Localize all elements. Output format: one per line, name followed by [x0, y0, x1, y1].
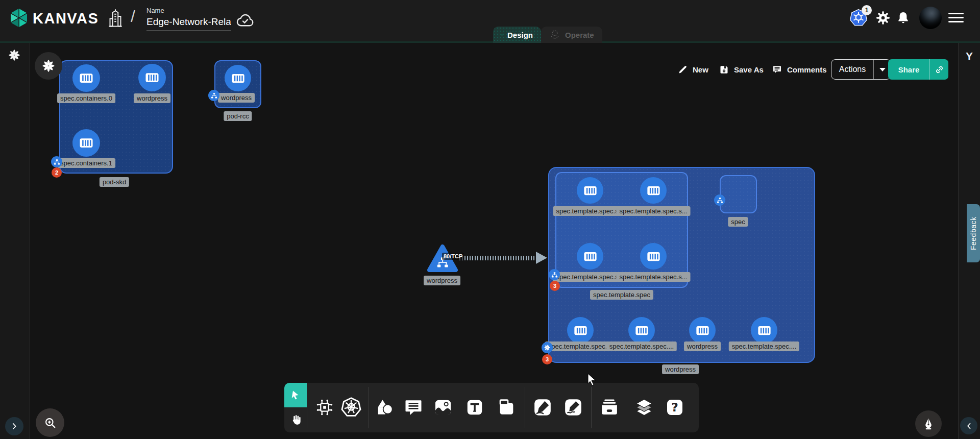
- network-icon[interactable]: [208, 90, 219, 101]
- expand-left-panel-button[interactable]: [5, 417, 23, 435]
- node-label: wordpress: [134, 93, 170, 103]
- container-icon: [646, 249, 662, 264]
- tool-shapes[interactable]: [373, 396, 397, 419]
- comment-icon: [772, 64, 782, 75]
- floppy-icon: [719, 64, 729, 75]
- tool-image[interactable]: [431, 396, 455, 419]
- node-spec[interactable]: [720, 175, 757, 213]
- tool-comment[interactable]: [402, 396, 425, 419]
- tab-operate[interactable]: Operate: [541, 27, 602, 43]
- error-count-badge[interactable]: 3: [550, 281, 560, 291]
- avatar[interactable]: [919, 7, 942, 29]
- comments-button[interactable]: Comments: [772, 59, 827, 80]
- container-icon: [230, 70, 246, 86]
- container-icon: [756, 323, 772, 338]
- group-label: pod-rcc: [224, 111, 252, 121]
- app-header: KANVAS / Name Design: [0, 0, 980, 43]
- meshery-node-icon[interactable]: [542, 342, 553, 353]
- tool-pan[interactable]: [284, 407, 307, 432]
- tool-layers[interactable]: [632, 396, 656, 419]
- node-container[interactable]: [567, 317, 594, 344]
- tool-pencil[interactable]: [561, 396, 585, 419]
- save-as-button-label: Save As: [734, 65, 764, 74]
- shapes-icon: [375, 397, 395, 418]
- tool-text[interactable]: [463, 396, 486, 419]
- tool-drawer[interactable]: [598, 396, 621, 419]
- tool-component[interactable]: [313, 396, 336, 419]
- container-icon: [78, 70, 94, 86]
- container-icon: [573, 323, 589, 338]
- share-button[interactable]: Share: [888, 59, 948, 80]
- container-icon: [646, 183, 662, 199]
- annotation-pen-button[interactable]: [915, 410, 942, 437]
- error-count-badge[interactable]: 3: [542, 354, 552, 364]
- design-name-input[interactable]: [146, 15, 231, 31]
- network-icon[interactable]: [549, 269, 560, 280]
- group-spec-template-spec[interactable]: [555, 172, 688, 288]
- container-icon: [634, 323, 650, 338]
- node-container[interactable]: [640, 243, 667, 270]
- node-label: spec: [728, 217, 748, 227]
- copy-link-button[interactable]: [929, 59, 948, 80]
- k8s-context-count-badge[interactable]: 1: [862, 5, 872, 15]
- pen-draw-icon: [532, 397, 553, 418]
- tool-kubernetes[interactable]: [339, 396, 363, 419]
- node-container[interactable]: [628, 317, 655, 344]
- save-as-button[interactable]: Save As: [719, 59, 764, 80]
- building-icon[interactable]: [106, 8, 125, 28]
- tool-select[interactable]: [284, 383, 307, 407]
- actions-button-label: Actions: [831, 60, 873, 79]
- hamburger-icon[interactable]: [948, 13, 964, 25]
- node-container[interactable]: [577, 243, 603, 270]
- new-button-label: New: [693, 65, 708, 74]
- node-container[interactable]: [72, 64, 100, 92]
- bell-icon[interactable]: [896, 11, 911, 26]
- gear-icon[interactable]: [875, 10, 891, 26]
- container-icon: [78, 135, 94, 151]
- tool-note[interactable]: [495, 396, 518, 419]
- tool-help[interactable]: ?: [663, 396, 687, 419]
- node-container[interactable]: [577, 177, 603, 204]
- brand-name: KANVAS: [33, 10, 99, 27]
- tab-design-label: Design: [507, 31, 533, 39]
- container-icon: [695, 323, 710, 338]
- comment-bubble-icon: [403, 397, 424, 418]
- group-label: pod-skd: [100, 177, 129, 187]
- network-icon[interactable]: [51, 156, 62, 167]
- zoom-button[interactable]: [36, 408, 64, 437]
- pencil-scribble-icon: [563, 397, 583, 418]
- node-container[interactable]: [640, 177, 667, 204]
- tool-dock: ?: [284, 383, 699, 432]
- node-container[interactable]: [72, 129, 100, 157]
- drawer-icon: [599, 397, 620, 418]
- container-icon: [582, 249, 598, 264]
- tool-pen[interactable]: [531, 396, 554, 419]
- node-label: spec.template.spec....: [545, 342, 616, 351]
- feedback-tab[interactable]: Feedback: [967, 204, 980, 262]
- network-icon[interactable]: [714, 194, 725, 206]
- node-container[interactable]: [138, 64, 166, 91]
- edge-arrowhead: [536, 252, 547, 264]
- canvas-settings-button[interactable]: [35, 52, 62, 80]
- node-label: spec.containers.1: [57, 158, 115, 168]
- node-container[interactable]: [751, 317, 777, 344]
- node-container[interactable]: [225, 65, 251, 91]
- new-button[interactable]: New: [678, 59, 708, 80]
- tab-design[interactable]: Design: [493, 27, 541, 43]
- edge-service-to-deployment[interactable]: [459, 256, 537, 260]
- cloud-sync-icon[interactable]: [235, 12, 255, 28]
- expand-right-panel-button[interactable]: [960, 417, 977, 434]
- kanvas-logo-icon: [7, 6, 31, 30]
- actions-button[interactable]: Actions: [831, 59, 891, 80]
- caret-down-icon: [879, 68, 886, 71]
- layers-icon: [633, 397, 655, 418]
- operate-tab-icon: [549, 29, 560, 40]
- error-count-badge[interactable]: 2: [52, 167, 62, 178]
- spinner-icon[interactable]: [8, 48, 21, 62]
- pencil-icon: [678, 64, 688, 75]
- node-container[interactable]: [689, 317, 716, 344]
- kanvas-app: KANVAS / Name Design: [0, 0, 980, 439]
- node-label: spec.template.spec....: [729, 342, 799, 351]
- zoom-in-icon: [43, 416, 57, 430]
- image-icon: [433, 397, 453, 418]
